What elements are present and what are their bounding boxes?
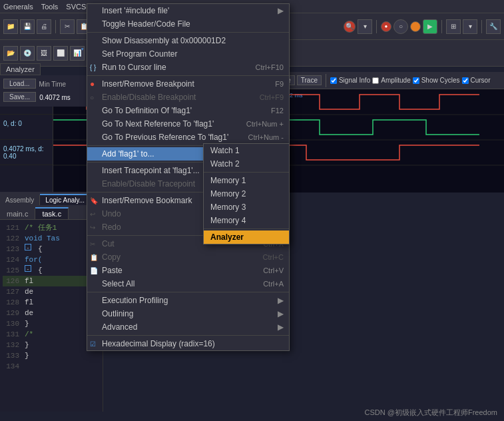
submenu-memory-3[interactable]: Memory 3	[204, 201, 289, 214]
wt-sep3	[326, 74, 326, 87]
menu-svcs[interactable]: SVCS	[66, 3, 86, 11]
menu-item-hex-display[interactable]: ☑ Hexadecimal Display (radix=16)	[87, 337, 289, 350]
menu-item-enable-breakpoint: ○ Enable/Disable Breakpoint Ctrl+F9	[87, 91, 289, 104]
menu-item-insert-breakpoint[interactable]: ● Insert/Remove Breakpoint F9	[87, 77, 289, 91]
tb-icon-4[interactable]: ✂	[60, 19, 75, 34]
circle-icon: ○	[90, 94, 94, 101]
tb-sep-r1	[376, 20, 377, 33]
tb-sep-r3	[481, 20, 482, 33]
submenu-arrow: ▶	[278, 6, 284, 15]
svg-text:2 ms: 2 ms	[290, 92, 303, 99]
paste-icon: 📄	[90, 267, 98, 274]
code-line-133: 133 }	[3, 350, 100, 361]
tb2-3[interactable]: 🖼	[37, 46, 51, 61]
code-line-124: 124 for(	[3, 254, 100, 265]
tab-logic-analyzer[interactable]: Logic Analy...	[40, 194, 91, 205]
code-line-125: 125 - {	[3, 265, 100, 276]
submenu-watch: Watch 1 Watch 2 Memory 1 Memory 2 Memory…	[203, 143, 290, 244]
tb2-2[interactable]: 💿	[20, 46, 35, 61]
bracket-icon: { }	[90, 64, 96, 71]
tb-icon-grid[interactable]: ⊞	[446, 19, 461, 34]
tb-icon-green[interactable]: ▶	[423, 19, 437, 34]
menu-item-run-to-cursor[interactable]: { } Run to Cursor line Ctrl+F10	[87, 61, 289, 74]
sep-7	[87, 292, 289, 292]
tb2-4[interactable]: ⬜	[53, 46, 68, 61]
menu-item-show-disassembly[interactable]: Show Disassembly at 0x000001D2	[87, 34, 289, 47]
signal-info-check[interactable]: Signal Info	[330, 77, 370, 84]
menu-item-toggle-header[interactable]: Toggle Header/Code File	[87, 17, 289, 31]
code-line-131: 131 /*	[3, 329, 100, 340]
tb2-1[interactable]: 📂	[3, 46, 18, 61]
copy-icon: 📋	[90, 254, 98, 261]
menu-tools[interactable]: Tools	[41, 3, 59, 11]
menu-item-paste[interactable]: 📄 Paste Ctrl+V	[87, 264, 289, 277]
tb-icon-zoom[interactable]: 🔍	[344, 21, 356, 33]
cut-icon: ✂	[90, 240, 95, 248]
tb-icon-circle[interactable]: ○	[393, 19, 408, 34]
menu-item-goto-definition[interactable]: Go To Definition Of 'flag1' F12	[87, 104, 289, 117]
menu-generals[interactable]: Generals	[3, 3, 33, 11]
show-cycles-check[interactable]: Show Cycles	[413, 77, 460, 84]
submenu-arrow-6: ▶	[278, 322, 284, 332]
submenu-arrow-4: ▶	[278, 296, 284, 305]
tb-icon-orange[interactable]	[410, 21, 421, 32]
amplitude-check[interactable]: Amplitude	[372, 77, 410, 84]
code-line-128: 128 fl	[3, 297, 100, 308]
redo-icon: ↪	[90, 224, 95, 231]
code-line-122: 122 void Tas	[3, 233, 100, 244]
code-line-134: 134	[3, 361, 100, 372]
bookmark-icon: 🔖	[90, 197, 98, 205]
submenu-analyzer[interactable]: Analyzer	[204, 230, 289, 244]
analyzer-panel-label: Analyzer	[0, 63, 41, 75]
tb-icon-3[interactable]: 🖨	[37, 19, 51, 34]
menu-item-set-program-counter[interactable]: Set Program Counter	[87, 47, 289, 61]
code-line-130: 130 }	[3, 318, 100, 329]
code-line-132: 132 }	[3, 340, 100, 350]
menu-item-select-all[interactable]: Select All Ctrl+A	[87, 277, 289, 290]
code-line-129: 129 de	[3, 308, 100, 318]
cursor-check[interactable]: Cursor	[462, 77, 491, 84]
code-line-126: 126 fl	[3, 276, 100, 286]
save-button[interactable]: Save...	[3, 92, 36, 102]
submenu-memory-4[interactable]: Memory 4	[204, 214, 289, 227]
tb-sep-r2	[441, 20, 442, 33]
tb-icon-1[interactable]: 📁	[3, 19, 18, 34]
tab-main-c[interactable]: main.c	[0, 209, 35, 219]
code-line-127: 127 de	[3, 286, 100, 297]
red-dot-icon: ●	[90, 79, 95, 89]
menu-item-goto-next-ref[interactable]: Go To Next Reference To 'flag1' Ctrl+Num…	[87, 117, 289, 131]
submenu-memory-2[interactable]: Memory 2	[204, 187, 289, 201]
min-time-value: 0.4072 ms	[39, 94, 71, 101]
tb-icon-drop2[interactable]: ▾	[463, 19, 477, 34]
tb2-5[interactable]: 📊▾	[70, 46, 85, 61]
tab-task-c[interactable]: task.c	[35, 207, 69, 219]
submenu-sep-1	[204, 172, 289, 173]
ls-panel: Load... Min Time Save... 0.4072 ms	[0, 75, 90, 107]
menu-item-advanced[interactable]: Advanced ▶	[87, 320, 289, 334]
checkbox-icon: ☑	[90, 340, 96, 348]
tb-sep-1	[55, 20, 56, 33]
tab-assembly[interactable]: Assembly	[0, 195, 40, 205]
trace-btn[interactable]: Trace	[297, 75, 322, 85]
sep-2	[87, 75, 289, 76]
signal-label-3: 0.4072 ms, d: 0.40	[0, 140, 53, 165]
menu-item-execution-profiling[interactable]: Execution Profiling ▶	[87, 294, 289, 307]
signal-label-2: 0, d: 0	[0, 115, 53, 140]
tb-icon-2[interactable]: 💾	[20, 19, 35, 34]
sep-1	[87, 32, 289, 33]
min-time-label: Min Time	[39, 81, 67, 88]
code-line-121: 121 /* 任务1	[3, 222, 100, 233]
submenu-watch-2[interactable]: Watch 2	[204, 157, 289, 171]
submenu-watch-1[interactable]: Watch 1	[204, 144, 289, 157]
submenu-memory-1[interactable]: Memory 1	[204, 174, 289, 187]
menu-item-goto-prev-ref[interactable]: Go To Previous Reference To 'flag1' Ctrl…	[87, 131, 289, 144]
tb-icon-wrench[interactable]: 🔧	[486, 19, 501, 34]
menu-item-insert-include[interactable]: Insert '#include file' ▶	[87, 4, 289, 17]
load-button[interactable]: Load...	[3, 79, 36, 89]
sep-8	[87, 335, 289, 336]
submenu-sep-2	[204, 228, 289, 229]
tb-icon-red[interactable]: ●	[381, 21, 391, 32]
tb-icon-drop[interactable]: ▾	[358, 19, 372, 34]
menu-item-outlining[interactable]: Outlining ▶	[87, 307, 289, 320]
undo-icon: ↩	[90, 210, 95, 218]
